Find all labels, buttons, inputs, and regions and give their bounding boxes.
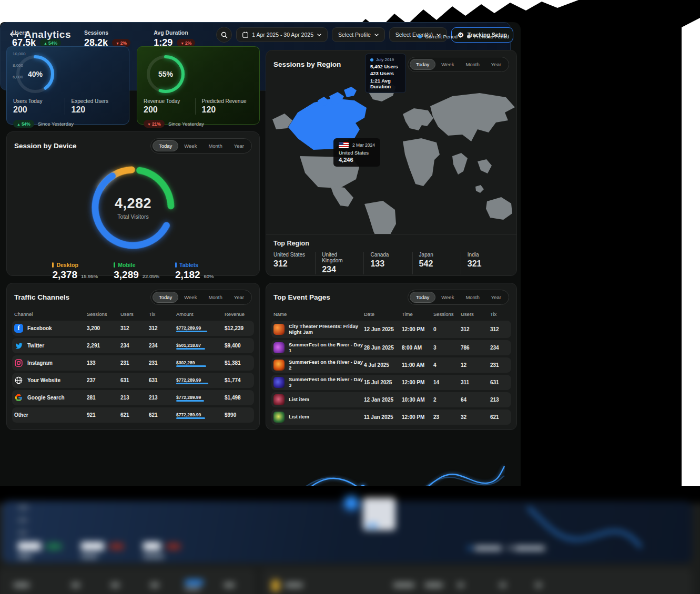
event-thumbnail <box>273 342 285 353</box>
map-tooltip: 2 Mar 2024 United States 4,246 <box>333 138 380 167</box>
event-thumbnail <box>273 360 285 371</box>
chart-tooltip: July 2019 5,492 Users 423 Users 1:21 Avg… <box>365 54 406 90</box>
table-row-instagram[interactable]: Instagram 133231231 $302,289 $1,381 <box>12 355 254 371</box>
metric-value: 200 <box>13 105 65 115</box>
page-title: Analytics <box>24 29 71 40</box>
event-thumbnail <box>273 377 285 388</box>
select-profile-dropdown[interactable]: Select Profile <box>332 27 385 42</box>
blurred-wave <box>2 501 692 563</box>
time-range-tabs: Today Week Month Year <box>150 138 252 153</box>
delta-note: Since Yesterday <box>38 121 74 127</box>
metric-label: Predicted Revenue <box>202 98 253 104</box>
tab-month[interactable]: Month <box>202 292 228 302</box>
revenue-kpi-card: 55% Revenue Today 200 Predicted Revenue … <box>137 46 260 125</box>
card-title: Session by Device <box>14 142 77 150</box>
table-row-your-website[interactable]: Your Website 237631631 $772,289.99 $1,77… <box>12 373 254 388</box>
legend-current-period: Current Period <box>418 34 458 39</box>
time-range-tabs: Today Week Month Year <box>408 290 509 305</box>
revenue-percent: 55% <box>144 52 188 96</box>
tab-week[interactable]: Week <box>178 292 202 302</box>
date-range-picker[interactable]: 1 Apr 2025 - 30 Apr 2025 <box>236 27 328 42</box>
amount-bar <box>176 365 225 367</box>
tab-month[interactable]: Month <box>202 141 228 151</box>
card-title: Sessions by Region <box>273 60 341 68</box>
tab-year[interactable]: Year <box>485 59 507 69</box>
back-button[interactable] <box>7 28 20 41</box>
amount-bar <box>176 383 225 384</box>
analytics-dashboard-window: Analytics 1 Apr 2025 - 30 Apr 2025 <box>0 22 521 486</box>
event-row[interactable]: List item 11 Jan 202512:00 PM 2332621 <box>271 409 511 425</box>
region-stat: United Kingdom 234 <box>315 252 363 274</box>
traffic-channels-card: Traffic Channels Today Week Month Year C… <box>6 283 260 430</box>
tooltip-date: 2 Mar 2024 <box>352 142 375 148</box>
legend-mobile: Mobile 3,28922.05% <box>114 262 159 281</box>
blurred-table-right <box>262 568 692 594</box>
delta-badge: 21% <box>144 120 165 128</box>
tab-month[interactable]: Month <box>460 59 485 69</box>
event-row[interactable]: List item 12 Jan 202510:30 AM 264213 <box>271 392 511 407</box>
blurred-chart-card <box>2 501 692 563</box>
tab-today[interactable]: Today <box>153 140 178 151</box>
metric-value: 120 <box>72 105 123 115</box>
metric-label: Expected Users <box>72 98 123 104</box>
table-header: NameDate TimeSessions UsersTix <box>266 309 516 321</box>
tab-year[interactable]: Year <box>228 292 250 302</box>
tab-today[interactable]: Today <box>410 59 435 70</box>
tooltip-value: 4,246 <box>339 157 375 163</box>
tooltip-dot <box>370 58 373 62</box>
search-icon <box>221 32 228 38</box>
table-row-facebook[interactable]: fFacebook 3,200312312 $772,289.99 $12,23… <box>12 321 254 336</box>
facebook-icon: f <box>14 324 23 333</box>
amount-bar <box>176 400 225 402</box>
amount-bar <box>176 348 225 350</box>
table-header: ChannelSessions UsersTix AmountRevenue <box>7 309 259 321</box>
time-range-tabs: Today Week Month Year <box>408 57 509 72</box>
tab-week[interactable]: Week <box>435 59 460 69</box>
event-row[interactable]: City Theater Presents: Friday Night Jam … <box>271 321 511 338</box>
table-row-google-search[interactable]: Google Search 281213213 $772,289.99 $1,4… <box>12 390 254 405</box>
blurred-preview-section <box>0 486 700 594</box>
metric-label: Revenue Today <box>144 98 195 104</box>
event-row[interactable]: SummerFest on the River - Day 1 28 Jun 2… <box>271 340 511 355</box>
desktop-marker <box>52 262 54 268</box>
blurred-table-left <box>0 568 255 594</box>
chevron-down-icon <box>317 34 321 36</box>
total-visitors-label: Total Visitors <box>117 213 148 220</box>
event-thumbnail <box>273 412 285 423</box>
tab-year[interactable]: Year <box>228 141 250 151</box>
top-event-pages-card: Top Event Pages Today Week Month Year Na… <box>266 283 517 430</box>
amount-bar <box>176 417 225 419</box>
card-title: Traffic Channels <box>14 293 69 301</box>
google-icon <box>14 393 23 402</box>
tab-week[interactable]: Week <box>178 141 202 151</box>
tab-month[interactable]: Month <box>460 292 485 302</box>
tab-today[interactable]: Today <box>153 292 178 303</box>
metric-value: 120 <box>202 105 253 115</box>
us-flag-icon <box>339 142 349 148</box>
event-thumbnail <box>273 324 285 335</box>
card-title: Top Event Pages <box>273 293 330 301</box>
chevron-down-icon <box>374 34 379 36</box>
twitter-icon <box>14 341 23 350</box>
revenue-progress-ring: 55% <box>144 52 188 96</box>
globe-icon <box>14 376 23 385</box>
event-row[interactable]: SummerFest on the River - Day 2 4 Jul 20… <box>271 357 511 373</box>
region-stat: India 321 <box>461 252 509 274</box>
table-row-twitter[interactable]: Twitter 2,291234234 $501,218.87 $9,400 <box>12 338 254 353</box>
table-row-other[interactable]: Other 921621621 $772,289.99 $990 <box>12 407 254 423</box>
device-donut-chart: 4,282 Total Visitors <box>84 159 182 257</box>
y-axis-ticks: 10,000 8,000 6,000 <box>13 52 25 86</box>
region-stat: Canada 133 <box>363 252 412 274</box>
tab-year[interactable]: Year <box>485 292 507 302</box>
world-map[interactable]: 2 Mar 2024 United States 4,246 <box>266 76 516 234</box>
tab-week[interactable]: Week <box>435 292 460 302</box>
session-by-device-card: Session by Device Today Week Month Year … <box>6 131 260 276</box>
legend-desktop: Desktop 2,37815.95% <box>52 262 98 281</box>
tab-today[interactable]: Today <box>410 292 435 303</box>
blurred-content <box>0 486 700 594</box>
select-profile-label: Select Profile <box>338 32 371 38</box>
back-arrow-icon <box>9 32 18 38</box>
delta-note: Since Yesterday <box>168 121 204 127</box>
event-row[interactable]: SummerFest on the River - Day 3 15 Jul 2… <box>271 375 511 390</box>
search-button[interactable] <box>216 27 232 43</box>
